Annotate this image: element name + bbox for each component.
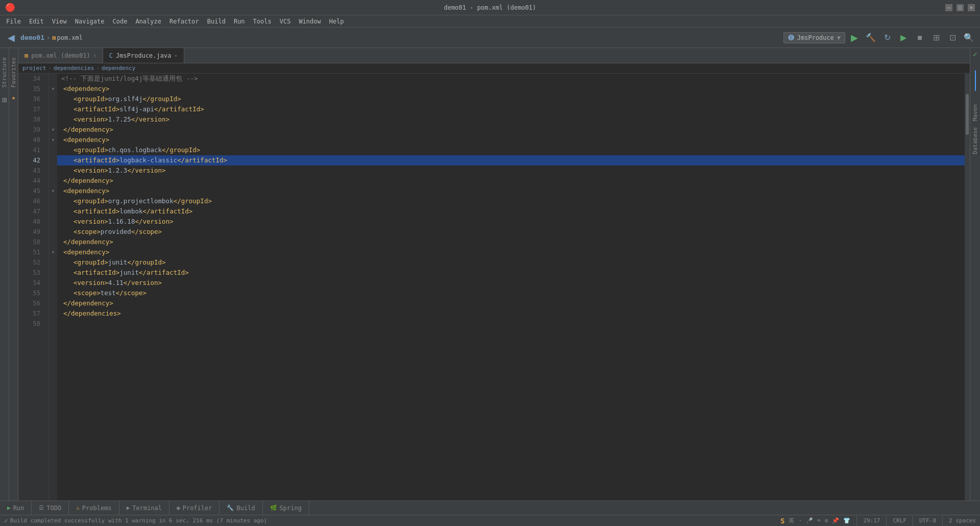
search-button[interactable]: 🔍: [962, 31, 976, 45]
code-line-57: </dependencies>: [57, 308, 965, 319]
mic-icon: 🎤: [806, 517, 813, 524]
maven-label[interactable]: Maven: [971, 101, 979, 124]
menu-bar: File Edit View Navigate Code Analyze Ref…: [0, 15, 980, 28]
status-sep4: [942, 516, 943, 526]
tab-jms[interactable]: C JmsProduce.java ✕: [103, 48, 184, 63]
profiler-label: Profiler: [183, 505, 212, 512]
line-num-54: 54: [18, 278, 44, 288]
tab-todo[interactable]: ☰ TODO: [32, 501, 69, 515]
menu-file[interactable]: File: [2, 17, 25, 26]
line-num-51: 51: [18, 247, 44, 257]
code-line-49: <scope>provided</scope>: [57, 227, 965, 237]
database-label[interactable]: Database: [971, 124, 979, 157]
menu-help[interactable]: Help: [325, 17, 348, 26]
build-icon: 🔧: [227, 505, 234, 511]
code-line-52: <groupId>junit</groupId>: [57, 257, 965, 268]
menu-run[interactable]: Run: [230, 17, 249, 26]
menu-vcs[interactable]: VCS: [276, 17, 295, 26]
line-num-57: 57: [18, 308, 44, 319]
right-sidebar: ✓ Maven Database: [970, 48, 980, 500]
pom-tab-label: pom.xml (demo01): [31, 52, 90, 59]
encoding[interactable]: UTF-8: [919, 517, 936, 524]
line-num-37: 37: [18, 104, 44, 114]
gutter-52: [49, 257, 57, 268]
close-button[interactable]: ✕: [968, 4, 975, 11]
status-right: S 英 · 🎤 ⌨ ⚙ 📌 👕 29:17 CRLF UTF-8 2 space…: [780, 516, 976, 526]
pom-tab-close[interactable]: ✕: [93, 53, 96, 58]
structure-label[interactable]: Structure: [0, 53, 9, 92]
bc-dependency[interactable]: dependency: [102, 65, 135, 71]
code-line-34: <!-- 下面是junit/log4j等基础通用包 -->: [57, 74, 965, 84]
line-ending[interactable]: CRLF: [893, 517, 906, 524]
code-line-36: <groupId>org.slf4j</groupId>: [57, 94, 965, 104]
gutter-35[interactable]: ▼: [49, 84, 57, 94]
project-breadcrumb: demo01 › mpom.xml: [20, 34, 83, 41]
tab-pom[interactable]: m pom.xml (demo01) ✕: [18, 48, 103, 63]
favorites-label[interactable]: Favorites: [9, 53, 18, 92]
favorites-panel: Favorites ★: [9, 48, 18, 500]
gutter-45[interactable]: ▼: [49, 186, 57, 196]
jms-tab-close[interactable]: ✕: [174, 53, 177, 58]
menu-window[interactable]: Window: [295, 17, 325, 26]
build-label: Build: [236, 505, 255, 512]
run-button[interactable]: ▶: [847, 31, 862, 45]
jms-tab-label: JmsProduce.java: [116, 52, 171, 59]
gutter-56: [49, 298, 57, 308]
terminal-label: Terminal: [132, 505, 162, 512]
run-config-dropdown[interactable]: 🅒 JmsProduce ▼: [783, 32, 845, 43]
pin-icon: 📌: [832, 517, 839, 524]
build-complete-icon: ✓: [4, 517, 8, 524]
tab-profiler[interactable]: ◉ Profiler: [169, 501, 219, 515]
sidebar-line: [975, 70, 976, 91]
gutter-49: [49, 227, 57, 237]
maximize-button[interactable]: □: [957, 4, 964, 11]
coverage-button[interactable]: ▶: [896, 31, 911, 45]
stop-button[interactable]: ■: [913, 31, 927, 45]
menu-tools[interactable]: Tools: [249, 17, 276, 26]
menu-edit[interactable]: Edit: [25, 17, 48, 26]
gutter-51[interactable]: ▼: [49, 247, 57, 257]
line-num-49: 49: [18, 227, 44, 237]
minimize-button[interactable]: —: [945, 4, 952, 11]
bc-project[interactable]: project: [22, 65, 46, 71]
indent[interactable]: 2 spaces: [949, 517, 976, 524]
back-button[interactable]: ◀: [4, 31, 18, 45]
tab-problems[interactable]: ⚠ Problems: [69, 501, 119, 515]
structure-icon: ⊞: [2, 95, 7, 105]
reload-button[interactable]: ↻: [880, 31, 894, 45]
tab-build[interactable]: 🔧 Build: [219, 501, 262, 515]
code-line-58: [57, 319, 965, 329]
bc-dependencies[interactable]: dependencies: [54, 65, 94, 71]
menu-navigate[interactable]: Navigate: [71, 17, 109, 26]
tab-terminal[interactable]: ▶ Terminal: [119, 501, 169, 515]
breadcrumb: project › dependencies › dependency: [18, 63, 970, 74]
tab-run[interactable]: ▶ Run: [0, 501, 32, 515]
checkmark-icon: ✓: [973, 50, 977, 58]
menu-build[interactable]: Build: [203, 17, 230, 26]
menu-analyze[interactable]: Analyze: [131, 17, 165, 26]
terminal-button[interactable]: ⊡: [945, 31, 960, 45]
status-sep2: [886, 516, 887, 526]
line-num-52: 52: [18, 257, 44, 268]
build-button[interactable]: 🔨: [864, 31, 878, 45]
gutter-40[interactable]: ▼: [49, 135, 57, 145]
app-logo: 🔴: [5, 3, 15, 12]
profiler-icon: ◉: [177, 505, 180, 511]
menu-code[interactable]: Code: [109, 17, 132, 26]
tab-spring[interactable]: 🌿 Spring: [263, 501, 309, 515]
vertical-scrollbar[interactable]: [965, 74, 970, 500]
scrollbar-thumb[interactable]: [966, 94, 969, 135]
gutter-43: [49, 165, 57, 176]
code-area[interactable]: <!-- 下面是junit/log4j等基础通用包 --> <dependenc…: [57, 74, 965, 500]
code-line-55: <scope>test</scope>: [57, 288, 965, 298]
layout-button[interactable]: ⊞: [929, 31, 943, 45]
code-line-48: <version>1.16.18</version>: [57, 217, 965, 227]
menu-view[interactable]: View: [48, 17, 71, 26]
problems-label: Problems: [82, 505, 112, 512]
bc-sep1: ›: [48, 65, 52, 71]
cursor-position[interactable]: 29:17: [863, 517, 880, 524]
menu-refactor[interactable]: Refactor: [165, 17, 203, 26]
status-sep3: [913, 516, 913, 526]
gutter-54: [49, 278, 57, 288]
code-line-37: <artifactId>slf4j-api</artifactId>: [57, 104, 965, 114]
